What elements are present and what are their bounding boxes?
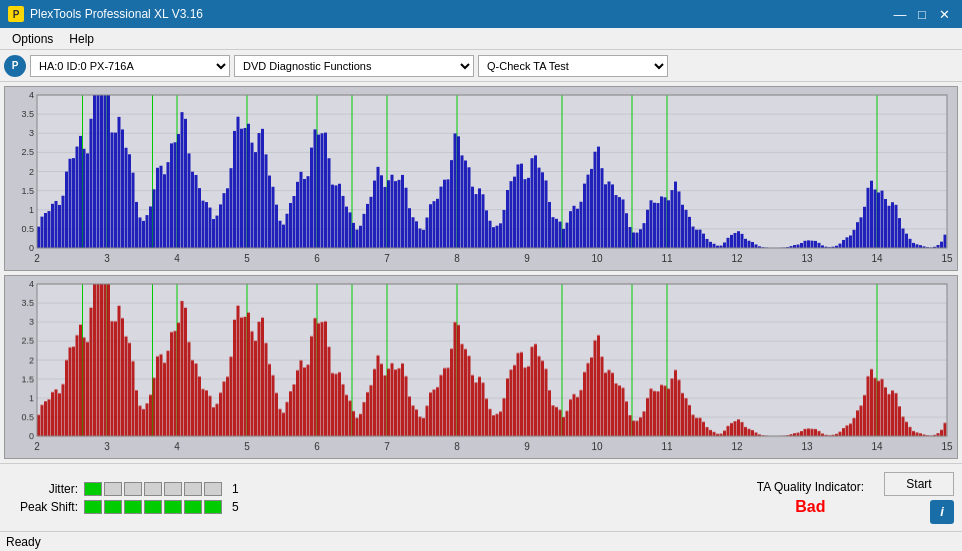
function-select[interactable]: DVD Diagnostic Functions [234,55,474,77]
peak-shift-meter [84,500,222,514]
metrics-left: Jitter: 1 Peak Shift: 5 [8,482,757,514]
status-text: Ready [6,535,41,549]
window-controls[interactable]: — □ ✕ [890,4,954,24]
meter-segment [164,500,182,514]
close-button[interactable]: ✕ [934,4,954,24]
menu-help[interactable]: Help [61,30,102,48]
meter-segment [104,482,122,496]
top-chart [4,86,958,271]
drive-select[interactable]: HA:0 ID:0 PX-716A [30,55,230,77]
bottom-panel: Jitter: 1 Peak Shift: 5 TA Quality Indic… [0,463,962,531]
meter-segment [204,500,222,514]
ta-quality-section: TA Quality Indicator: Bad [757,480,864,516]
status-bar: Ready [0,531,962,551]
meter-segment [104,500,122,514]
test-select[interactable]: Q-Check TA Test [478,55,668,77]
title-bar: P PlexTools Professional XL V3.16 — □ ✕ [0,0,962,28]
jitter-row: Jitter: 1 [8,482,757,496]
ta-quality-label: TA Quality Indicator: [757,480,864,494]
meter-segment [84,482,102,496]
ta-quality-value: Bad [795,498,825,516]
toolbar: P HA:0 ID:0 PX-716A DVD Diagnostic Funct… [0,50,962,82]
meter-segment [184,482,202,496]
title-bar-left: P PlexTools Professional XL V3.16 [8,6,203,22]
meter-segment [124,482,142,496]
info-icon[interactable]: i [930,500,954,524]
peak-shift-value: 5 [232,500,239,514]
jitter-label: Jitter: [8,482,78,496]
bottom-chart [4,275,958,460]
peak-shift-label: Peak Shift: [8,500,78,514]
peak-shift-row: Peak Shift: 5 [8,500,757,514]
jitter-value: 1 [232,482,239,496]
plextools-icon: P [4,55,26,77]
bottom-chart-canvas [5,276,957,459]
meter-segment [124,500,142,514]
window-title: PlexTools Professional XL V3.16 [30,7,203,21]
meter-segment [204,482,222,496]
menu-options[interactable]: Options [4,30,61,48]
maximize-button[interactable]: □ [912,4,932,24]
minimize-button[interactable]: — [890,4,910,24]
start-info: Start i [884,472,954,524]
top-chart-canvas [5,87,957,270]
meter-segment [184,500,202,514]
menu-bar: Options Help [0,28,962,50]
meter-segment [164,482,182,496]
start-button[interactable]: Start [884,472,954,496]
main-content: Jitter: 1 Peak Shift: 5 TA Quality Indic… [0,82,962,531]
meter-segment [144,500,162,514]
app-icon: P [8,6,24,22]
meter-segment [84,500,102,514]
meter-segment [144,482,162,496]
charts-area [0,82,962,463]
jitter-meter [84,482,222,496]
